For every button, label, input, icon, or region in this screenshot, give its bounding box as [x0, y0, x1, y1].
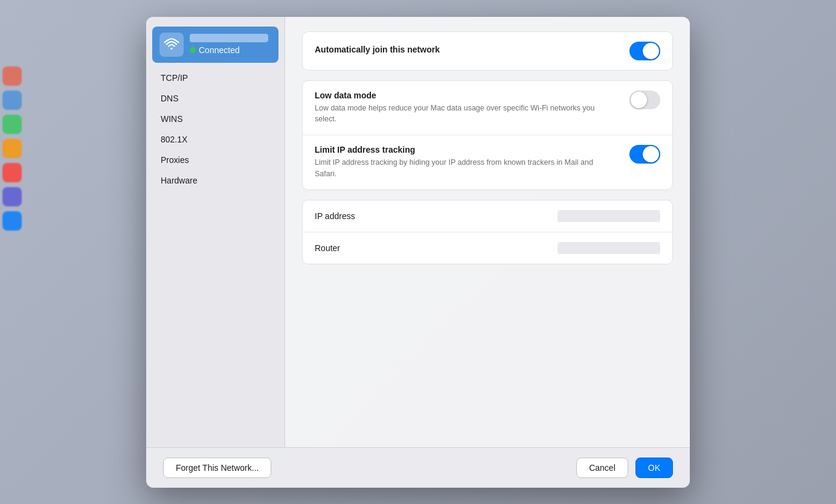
dock-icon-7 [2, 211, 22, 231]
cancel-button[interactable]: Cancel [576, 458, 628, 478]
auto-join-toggle[interactable] [629, 42, 660, 60]
limit-ip-title: Limit IP address tracking [315, 145, 615, 155]
dock-icon-1 [2, 66, 22, 86]
auto-join-card: Automatically join this network [302, 31, 673, 71]
ip-address-label: IP address [315, 211, 355, 221]
dock-icon-3 [2, 115, 22, 134]
limit-ip-row: Limit IP address tracking Limit IP addre… [303, 135, 672, 190]
side-dock-icons [0, 0, 24, 504]
low-data-knob [631, 92, 647, 108]
sidebar-item-proxies[interactable]: Proxies [146, 150, 285, 170]
wifi-icon [164, 37, 179, 53]
footer-right-buttons: Cancel OK [576, 458, 673, 478]
sidebar-item-tcpip[interactable]: TCP/IP [146, 68, 285, 88]
router-value [558, 242, 660, 254]
connected-dot [190, 47, 196, 53]
sidebar-item-8021x[interactable]: 802.1X [146, 129, 285, 150]
wifi-network-info: Connected [190, 34, 268, 55]
sidebar-item-wifi[interactable]: Connected [152, 27, 278, 63]
sidebar-nav: TCP/IP DNS WINS 802.1X Proxies Hardware [146, 68, 285, 191]
router-label: Router [315, 243, 340, 253]
dialog-body: Connected TCP/IP DNS WINS 802.1X Proxies… [146, 17, 690, 447]
low-data-title: Low data mode [315, 91, 615, 100]
low-data-description: Low data mode helps reduce your Mac data… [315, 103, 615, 126]
ip-info-card: IP address Router [302, 200, 673, 264]
sidebar: Connected TCP/IP DNS WINS 802.1X Proxies… [146, 17, 285, 447]
dock-icon-2 [2, 91, 22, 110]
network-settings-dialog: Connected TCP/IP DNS WINS 802.1X Proxies… [146, 17, 690, 488]
limit-ip-knob [643, 146, 659, 162]
dialog-footer: Forget This Network... Cancel OK [146, 447, 690, 488]
network-name-bar [190, 34, 268, 42]
router-row: Router [303, 232, 672, 264]
low-data-row: Low data mode Low data mode helps reduce… [303, 81, 672, 135]
low-data-text-group: Low data mode Low data mode helps reduce… [315, 91, 629, 126]
sidebar-item-hardware[interactable]: Hardware [146, 170, 285, 191]
sidebar-item-dns[interactable]: DNS [146, 88, 285, 109]
wifi-icon-wrap [159, 33, 184, 57]
forget-network-button[interactable]: Forget This Network... [163, 458, 271, 478]
auto-join-row: Automatically join this network [303, 32, 672, 70]
ip-address-value [558, 210, 660, 222]
ok-button[interactable]: OK [635, 458, 673, 478]
dock-icon-4 [2, 139, 22, 158]
connected-label: Connected [199, 45, 240, 55]
content-area: Automatically join this network Low data… [285, 17, 690, 447]
low-data-toggle[interactable] [629, 91, 660, 109]
svg-point-0 [170, 47, 172, 49]
auto-join-title: Automatically join this network [315, 45, 440, 54]
data-tracking-card: Low data mode Low data mode helps reduce… [302, 80, 673, 190]
connected-row: Connected [190, 45, 268, 55]
sidebar-item-wins[interactable]: WINS [146, 109, 285, 129]
limit-ip-toggle[interactable] [629, 145, 660, 164]
ip-address-row: IP address [303, 200, 672, 232]
dock-icon-5 [2, 163, 22, 182]
dock-icon-6 [2, 187, 22, 206]
limit-ip-description: Limit IP address tracking by hiding your… [315, 157, 615, 180]
auto-join-knob [643, 43, 659, 59]
limit-ip-text-group: Limit IP address tracking Limit IP addre… [315, 145, 629, 180]
